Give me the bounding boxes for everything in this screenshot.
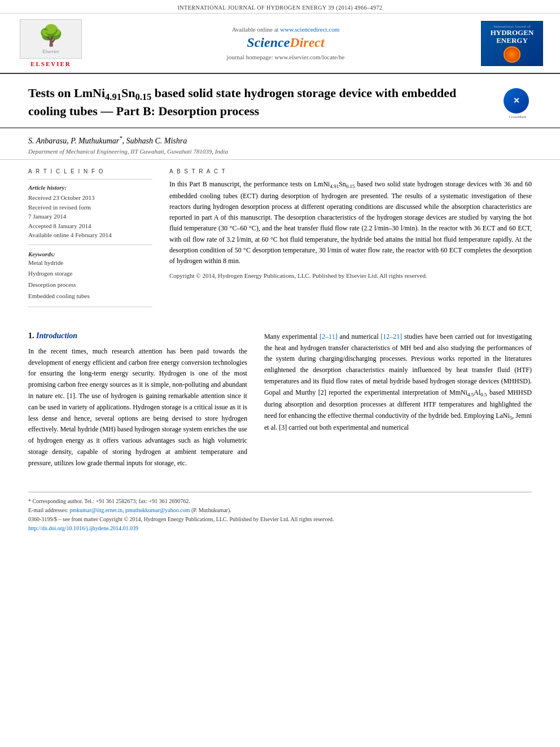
authors-section: S. Anbarasu, P. Muthukumar*, Subhash C. … [0, 128, 560, 159]
copyright-text: Copyright © 2014, Hydrogen Energy Public… [169, 271, 532, 281]
introduction-section: 1. Introduction In the recent times, muc… [28, 331, 532, 469]
intro-left-text: In the recent times, much research atten… [28, 346, 247, 469]
article-title-text: Tests on LmNi4.91Sn0.15 based solid stat… [28, 85, 495, 119]
doi-link: http://dx.doi.org/10.1016/j.ijhydene.201… [28, 524, 532, 533]
sciencedirect-brand: ScienceDirect [90, 35, 481, 50]
history-label: Article history: [28, 184, 152, 191]
article-title-section: Tests on LmNi4.91Sn0.15 based solid stat… [0, 74, 560, 128]
keyword-1: Metal hydride [28, 257, 152, 269]
available-online-date: Available online 4 February 2014 [28, 230, 152, 240]
elsevier-tree-icon: 🌳 [38, 24, 64, 47]
intro-right-text: Many experimental [2–11] and numerical [… [264, 331, 532, 434]
sciencedirect-url[interactable]: www.sciencedirect.com [280, 26, 339, 33]
accepted-date: Accepted 8 January 2014 [28, 221, 152, 231]
keywords-section: Keywords: Metal hydride Hydrogen storage… [28, 251, 152, 302]
received-date: Received 23 October 2013 [28, 193, 152, 203]
ref-2-11: [2–11] [320, 333, 338, 340]
section-number: 1. [28, 331, 34, 340]
issn-note: 0360-3199/$ – see front matter Copyright… [28, 515, 532, 524]
crossmark-label: CrossMark [504, 115, 532, 119]
top-banner: 🌳 Elsevier ELSEVIER Available online at … [0, 14, 560, 74]
journal-hydrogen-label: HYDROGENENERGY [491, 29, 534, 45]
article-info-col: A R T I C L E I N F O Article history: R… [28, 168, 152, 312]
keywords-label: Keywords: [28, 251, 152, 257]
sd-direct: Direct [290, 35, 324, 50]
abstract-text: In this Part B manuscript, the performan… [169, 179, 532, 267]
journal-box: International Journal of HYDROGENENERGY [481, 21, 543, 66]
available-online-label: Available online at www.sciencedirect.co… [90, 26, 481, 33]
main-content: 1. Introduction In the recent times, muc… [0, 320, 560, 480]
email-link-1[interactable]: pmkumar@iitg.ernet.in [69, 507, 123, 513]
bottom-footer: * Corresponding author. Tel.: +91 361 25… [28, 492, 532, 533]
elsevier-image: 🌳 Elsevier [20, 19, 82, 59]
journal-homepage: journal homepage: www.elsevier.com/locat… [90, 54, 481, 60]
keyword-4: Embedded cooling tubes [28, 291, 152, 302]
abstract-col: A B S T R A C T In this Part B manuscrip… [169, 168, 532, 312]
elsevier-label: ELSEVIER [30, 60, 71, 67]
section-name: Introduction [36, 331, 77, 340]
crossmark-icon: ✕ [504, 88, 529, 113]
intro-right-col: Many experimental [2–11] and numerical [… [264, 331, 532, 469]
section-title: 1. Introduction [28, 331, 247, 340]
keyword-2: Hydrogen storage [28, 268, 152, 279]
email-link-2[interactable]: pmuthukkumar@yahoo.com [125, 507, 190, 513]
elsevier-sub: Elsevier [42, 49, 59, 54]
journal-sun-icon [504, 46, 520, 62]
affiliation: Department of Mechanical Engineering, II… [28, 148, 532, 155]
corresponding-note: * Corresponding author. Tel.: +91 361 25… [28, 497, 532, 506]
authors-text: S. Anbarasu, P. Muthukumar*, Subhash C. … [28, 135, 532, 146]
ref-12-21: [12–21] [380, 333, 402, 340]
keyword-3: Desorption process [28, 279, 152, 291]
crossmark-badge: ✕ CrossMark [504, 88, 532, 119]
sd-science: Science [247, 35, 290, 50]
abstract-header: A B S T R A C T [169, 168, 532, 174]
article-info-header: A R T I C L E I N F O [28, 168, 152, 174]
right-banner: International Journal of HYDROGENENERGY [481, 21, 549, 66]
article-info-abstract-section: A R T I C L E I N F O Article history: R… [0, 159, 560, 320]
email-note: E-mail addresses: pmkumar@iitg.ernet.in,… [28, 506, 532, 515]
article-title: Tests on LmNi4.91Sn0.15 based solid stat… [28, 85, 495, 119]
elsevier-logo: 🌳 Elsevier ELSEVIER [11, 19, 90, 67]
revised-label: Received in revised form [28, 203, 152, 212]
intro-left-col: 1. Introduction In the recent times, muc… [28, 331, 247, 469]
journal-header: INTERNATIONAL JOURNAL OF HYDROGEN ENERGY… [0, 0, 560, 14]
revised-date: 7 January 2014 [28, 212, 152, 221]
journal-header-text: INTERNATIONAL JOURNAL OF HYDROGEN ENERGY… [177, 5, 382, 11]
center-banner: Available online at www.sciencedirect.co… [90, 26, 481, 60]
doi-anchor[interactable]: http://dx.doi.org/10.1016/j.ijhydene.201… [28, 525, 138, 531]
